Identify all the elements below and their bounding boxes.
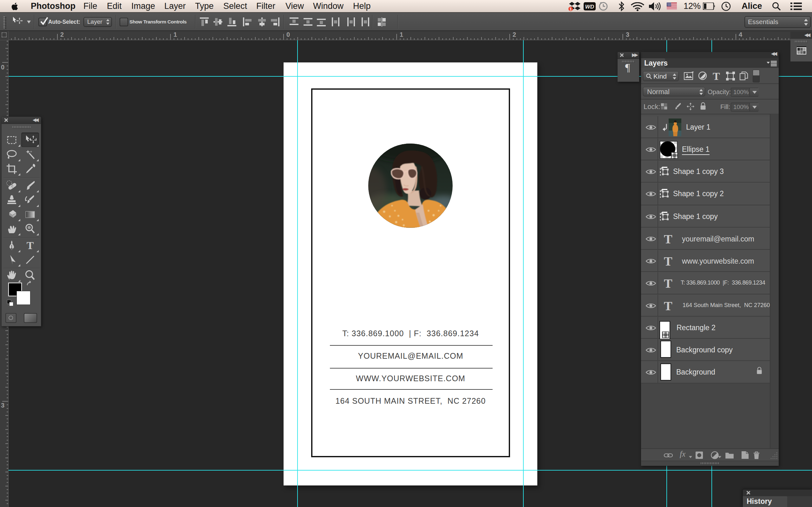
svg-text:WD: WD (585, 4, 594, 10)
svg-text:1: 1 (570, 7, 572, 11)
svg-text:T: T (27, 239, 34, 251)
